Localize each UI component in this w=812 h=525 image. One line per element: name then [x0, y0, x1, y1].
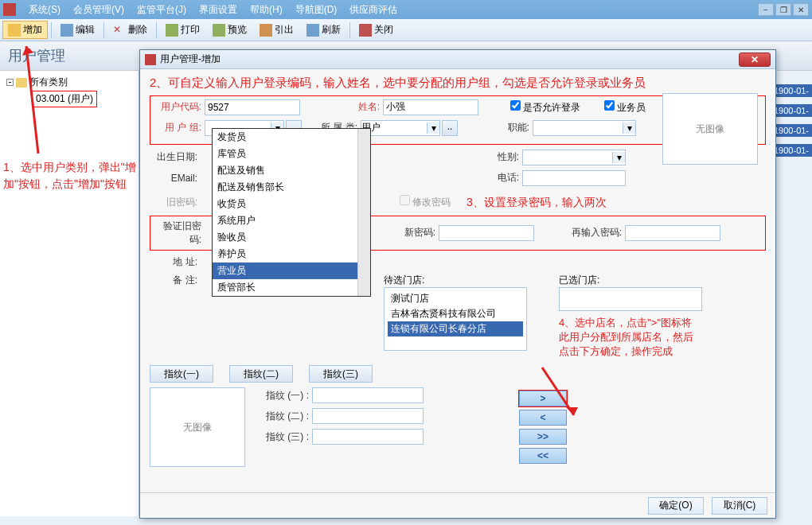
delete-button[interactable]: ✕删除: [107, 21, 153, 39]
fp3-label: 指纹 (三) :: [261, 430, 309, 444]
role-combo[interactable]: ▾: [533, 120, 636, 136]
dropdown-item[interactable]: 养护员: [213, 246, 370, 262]
dialog-close-button[interactable]: ✕: [739, 52, 771, 67]
print-label: 打印: [181, 23, 200, 37]
fp1-label: 指纹 (一) :: [261, 389, 309, 402]
edit-icon: [61, 24, 73, 37]
photo-box: 无图像: [662, 93, 758, 165]
minus-icon: -: [6, 79, 14, 86]
dropdown-item[interactable]: 配送及销售: [213, 162, 370, 179]
fp2-label: 指纹 (二) :: [261, 410, 309, 423]
pending-label: 待选门店:: [384, 274, 527, 287]
remark-label: 备 注:: [150, 274, 197, 287]
dropdown-scrollbar[interactable]: [357, 129, 370, 296]
old-pwd-label: 旧密码:: [150, 196, 197, 209]
fp2-input[interactable]: [312, 408, 424, 424]
no-image-label: 无图像: [696, 122, 724, 136]
window-minimize-button[interactable]: −: [758, 3, 774, 16]
dialog-icon: [145, 54, 156, 65]
date-cell: 1900-01-: [772, 84, 812, 97]
move-all-right-button[interactable]: >>: [519, 429, 567, 445]
ok-button[interactable]: 确定(O): [648, 497, 704, 515]
dropdown-item[interactable]: 验收员: [213, 229, 370, 246]
dropdown-item[interactable]: 发货员: [213, 129, 370, 146]
print-button[interactable]: 打印: [160, 21, 205, 39]
cancel-button[interactable]: 取消(C): [712, 497, 767, 515]
user-add-dialog: 用户管理-增加 ✕ 2、可自定义输入用户登录编码，输入姓名，选中要分配的用户组，…: [139, 49, 776, 519]
move-left-button[interactable]: <: [519, 410, 567, 426]
move-right-button[interactable]: >: [519, 391, 567, 406]
menu-help[interactable]: 帮助(H): [244, 3, 289, 17]
gender-combo[interactable]: ▾: [522, 150, 626, 165]
date-cell: 1900-01-: [772, 104, 812, 117]
repeat-pwd-input[interactable]: [625, 225, 720, 241]
window-close-button[interactable]: ✕: [793, 3, 809, 16]
date-cell: 1900-01-: [772, 144, 812, 157]
tree-root[interactable]: -所有类别: [3, 74, 135, 91]
chevron-down-icon: ▾: [623, 122, 635, 134]
phone-input[interactable]: [522, 170, 626, 186]
menu-vendor[interactable]: 供应商评估: [343, 3, 404, 17]
email-label: EMail:: [150, 173, 197, 184]
dropdown-item[interactable]: 配送及销售部长: [213, 179, 370, 196]
right-date-column: 1900-01- 1900-01- 1900-01- 1900-01-: [772, 84, 812, 164]
menu-platform[interactable]: 监管平台(J): [131, 3, 193, 17]
change-pwd-label: 修改密码: [412, 196, 451, 208]
gender-label: 性别:: [471, 150, 519, 164]
salesman-checkbox[interactable]: 业务员: [604, 100, 646, 115]
dropdown-item[interactable]: 质管部长: [213, 279, 370, 296]
edit-label: 编辑: [76, 23, 95, 37]
edit-button[interactable]: 编辑: [55, 21, 100, 39]
dialog-footer: 确定(O) 取消(C): [140, 492, 775, 518]
fingerprint-3-button[interactable]: 指纹(三): [309, 365, 373, 383]
close-button[interactable]: 关闭: [353, 21, 399, 39]
tree-root-label: 所有类别: [29, 76, 68, 89]
user-code-label: 用户代码:: [154, 100, 201, 114]
fingerprint-2-button[interactable]: 指纹(二): [229, 365, 293, 383]
menu-member[interactable]: 会员管理(V): [67, 3, 131, 17]
dropdown-item[interactable]: 库管员: [213, 146, 370, 162]
menu-system[interactable]: 系统(S): [22, 3, 67, 17]
window-restore-button[interactable]: ❐: [775, 3, 791, 16]
category-combo[interactable]: 用户▾: [361, 120, 440, 136]
preview-button[interactable]: 预览: [207, 21, 252, 39]
category-search-button[interactable]: ..: [442, 120, 458, 136]
refresh-button[interactable]: 刷新: [301, 21, 346, 39]
add-label: 增加: [23, 23, 42, 37]
export-button[interactable]: 引出: [254, 21, 299, 39]
selected-stores-list[interactable]: [559, 287, 702, 311]
list-item[interactable]: 测试门店: [388, 291, 523, 306]
address-label: 地 址:: [150, 255, 197, 269]
tree-child[interactable]: 03.001 (用户): [32, 91, 97, 107]
selected-label: 已选门店:: [559, 274, 702, 287]
list-item-selected[interactable]: 连锁有限公司长春分店: [388, 321, 523, 336]
annotation-3: 3、设置登录密码，输入两次: [467, 194, 607, 211]
add-button[interactable]: 增加: [2, 21, 48, 39]
move-all-left-button[interactable]: <<: [519, 448, 567, 464]
fingerprint-1-button[interactable]: 指纹(一): [150, 365, 213, 383]
no-image-label: 无图像: [183, 421, 212, 434]
fingerprint-image-box: 无图像: [150, 387, 245, 467]
fp1-input[interactable]: [312, 387, 424, 403]
menu-nav[interactable]: 导航图(D): [289, 3, 344, 17]
print-icon: [166, 24, 178, 37]
dropdown-item-selected[interactable]: 营业员: [213, 262, 370, 279]
user-code-input[interactable]: [205, 99, 300, 115]
name-label: 姓名:: [332, 100, 380, 114]
dropdown-item[interactable]: 系统用户: [213, 212, 370, 229]
allow-login-checkbox[interactable]: 是否允许登录: [510, 100, 580, 115]
date-cell: 1900-01-: [772, 124, 812, 137]
new-pwd-input[interactable]: [439, 225, 534, 241]
name-input[interactable]: [383, 99, 478, 115]
change-pwd-checkbox[interactable]: 修改密码: [400, 195, 451, 209]
dialog-titlebar: 用户管理-增加 ✕: [140, 50, 775, 69]
list-item[interactable]: 吉林省杰贤科技有限公司: [388, 306, 523, 321]
dropdown-item[interactable]: 收货员: [213, 196, 370, 212]
annotation-4: 4、选中店名，点击">"图标将此用户分配到所属店名，然后点击下方确定，操作完成: [559, 316, 702, 360]
fp3-input[interactable]: [312, 429, 424, 445]
pending-stores-list[interactable]: 测试门店 吉林省杰贤科技有限公司 连锁有限公司长春分店: [384, 287, 527, 351]
preview-icon: [213, 24, 225, 37]
delete-label: 删除: [128, 23, 147, 37]
verify-pwd-label: 验证旧密码:: [154, 220, 201, 247]
menu-ui[interactable]: 界面设置: [193, 3, 244, 17]
